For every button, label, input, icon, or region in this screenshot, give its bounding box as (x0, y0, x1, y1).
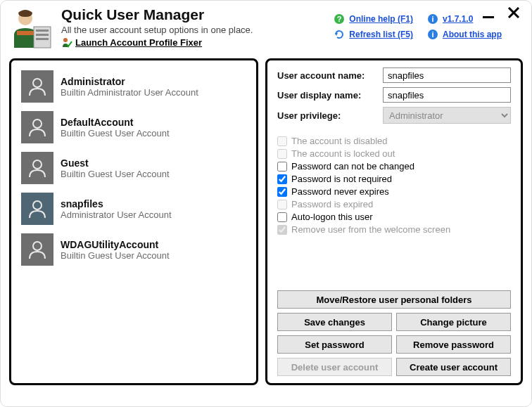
user-desc: Administrator User Account (61, 209, 172, 220)
svg-rect-7 (36, 34, 49, 36)
privilege-select[interactable]: Administrator (383, 107, 511, 124)
info-icon: i (427, 13, 438, 25)
svg-point-20 (33, 201, 42, 209)
user-item-wdagutilityaccount[interactable]: WDAGUtilityAccountBuiltin Guest User Acc… (18, 229, 249, 270)
save-changes-button[interactable]: Save changes (277, 313, 392, 331)
user-details-panel: User account name: User display name: Us… (265, 58, 523, 385)
help-icon: ? (334, 13, 345, 25)
svg-text:?: ? (337, 15, 342, 23)
user-avatar-icon (21, 193, 53, 225)
svg-rect-6 (36, 30, 49, 32)
check-pw-nochange[interactable]: Password can not be changed (277, 161, 511, 172)
user-name: Guest (61, 157, 170, 169)
user-desc: Builtin Administrator User Account (61, 87, 198, 98)
svg-text:i: i (431, 15, 433, 23)
display-name-input[interactable] (383, 87, 511, 103)
minimize-button[interactable] (481, 5, 496, 20)
app-subtitle: All the user account setup options in on… (61, 25, 327, 35)
change-picture-button[interactable]: Change picture (396, 313, 511, 331)
refresh-list-link[interactable]: Refresh list (F5) (349, 30, 413, 39)
svg-text:i: i (431, 30, 433, 39)
user-name: Administrator (61, 76, 198, 87)
remove-password-button[interactable]: Remove password (396, 335, 511, 354)
check-account-disabled[interactable]: The account is disabled (277, 136, 511, 146)
svg-point-19 (33, 160, 42, 169)
user-desc: Builtin Guest User Account (61, 169, 170, 179)
check-account-locked[interactable]: The account is locked out (277, 148, 511, 159)
launch-profile-fixer-link[interactable]: Launch Account Profile Fixer (75, 37, 202, 48)
version-link[interactable]: v1.7.1.0 (443, 14, 473, 24)
check-pw-notrequired[interactable]: Password is not required (277, 174, 511, 184)
user-item-guest[interactable]: GuestBuiltin Guest User Account (18, 148, 249, 188)
display-name-label: User display name: (277, 90, 383, 101)
account-name-label: User account name: (277, 70, 383, 81)
move-restore-button[interactable]: Move/Restore user personal folders (277, 290, 511, 309)
delete-user-button: Delete user account (277, 358, 392, 376)
refresh-icon (334, 29, 345, 40)
user-name: WDAGUtilityAccount (61, 239, 170, 250)
online-help-link[interactable]: Online help (F1) (349, 14, 413, 24)
user-avatar-icon (21, 70, 53, 103)
user-desc: Builtin Guest User Account (61, 128, 170, 138)
user-name: DefaultAccount (61, 117, 170, 128)
user-list-panel: AdministratorBuiltin Administrator User … (9, 58, 258, 385)
check-remove-welcome[interactable]: Remove user from the welcome screen (277, 224, 511, 235)
privilege-label: User privilege: (277, 110, 383, 121)
user-item-administrator[interactable]: AdministratorBuiltin Administrator User … (18, 66, 249, 107)
check-pw-expired[interactable]: Password is expired (277, 199, 511, 209)
user-item-defaultaccount[interactable]: DefaultAccountBuiltin Guest User Account (18, 107, 249, 148)
svg-point-9 (63, 38, 68, 42)
info-icon: i (427, 29, 438, 40)
header: Quick User Manager All the user account … (9, 6, 523, 54)
user-avatar-icon (21, 233, 53, 266)
set-password-button[interactable]: Set password (277, 335, 392, 354)
svg-point-17 (33, 79, 42, 87)
svg-point-18 (33, 119, 42, 128)
user-checkmark-icon (61, 37, 72, 48)
close-button[interactable] (506, 5, 521, 20)
svg-point-21 (33, 242, 42, 250)
account-name-input[interactable] (383, 67, 511, 83)
app-window: Quick User Manager All the user account … (0, 0, 532, 407)
app-icon (9, 6, 54, 51)
user-name: snapfiles (61, 198, 172, 209)
user-avatar-icon (21, 111, 53, 143)
svg-rect-4 (17, 31, 34, 35)
app-title: Quick User Manager (61, 6, 327, 23)
check-pw-neverexpires[interactable]: Password never expires (277, 186, 511, 197)
header-links: ? Online help (F1) i v1.7.1.0 Refresh li… (334, 13, 502, 40)
svg-rect-0 (483, 16, 494, 18)
user-item-snapfiles[interactable]: snapfilesAdministrator User Account (18, 188, 249, 229)
svg-rect-8 (36, 38, 49, 40)
create-user-button[interactable]: Create user account (396, 358, 511, 376)
check-autologon[interactable]: Auto-logon this user (277, 212, 511, 222)
about-app-link[interactable]: About this app (443, 30, 502, 39)
user-desc: Builtin Guest User Account (61, 250, 170, 261)
user-avatar-icon (21, 152, 53, 184)
